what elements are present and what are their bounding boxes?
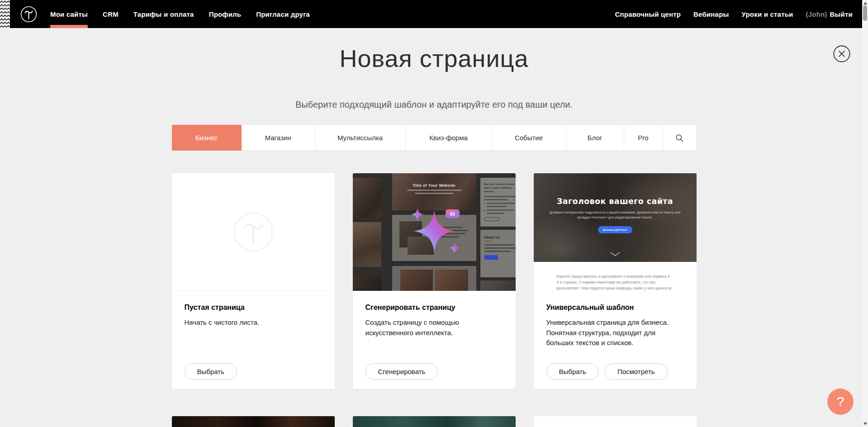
ai-sparkles-icon (353, 173, 516, 291)
preview-body: Коротко представьтесь и расскажите о ком… (534, 262, 697, 291)
nav-item-plans[interactable]: Тарифы и оплата (133, 0, 194, 28)
template-card-universal: Заголовок вашего сайта Добавьте интересн… (534, 173, 697, 389)
nav-item-help-center[interactable]: Справочный центр (615, 0, 681, 28)
preview-hero-title: Заголовок вашего сайта (534, 173, 697, 206)
scroll-down-icon (863, 422, 867, 425)
navbar-right-menu: Справочный центр Вебинары Уроки и статьи… (602, 0, 853, 28)
tab-business[interactable]: Бизнес (172, 125, 242, 151)
card-description: Начать с чистого листа. (185, 318, 311, 328)
nav-item-logout[interactable]: (John) Выйти (806, 0, 853, 28)
template-card-partial[interactable] (353, 416, 516, 427)
tab-quiz-form[interactable]: Квиз-форма (406, 125, 492, 151)
template-cards-row: Пустая страница Начать с чистого листа. … (172, 173, 697, 389)
view-button[interactable]: Посмотреть (605, 363, 668, 380)
template-category-tabs: Бизнес Магазин Мультиссылка Квиз-форма С… (172, 125, 697, 151)
choose-button[interactable]: Выбрать (185, 363, 237, 380)
vertical-scrollbar[interactable] (862, 0, 868, 427)
magnifier-icon (675, 134, 683, 142)
template-cards-row-2 (172, 416, 697, 427)
card-info: Пустая страница Начать с чистого листа. … (172, 291, 335, 389)
tilda-watermark-icon (232, 211, 274, 253)
close-icon (833, 45, 850, 62)
preview-hero: Заголовок вашего сайта Добавьте интересн… (534, 173, 697, 262)
ai-preview[interactable]: Title of Your Website (353, 173, 516, 291)
preview-cta-button: Целевое действие (598, 226, 632, 233)
scrollbar-thumb[interactable] (863, 5, 867, 21)
close-button[interactable] (833, 45, 850, 62)
logout-label: Выйти (830, 10, 853, 18)
card-info: Универсальный шаблон Универсальная стран… (534, 291, 697, 389)
card-title: Универсальный шаблон (546, 304, 684, 312)
template-card-partial[interactable] (172, 416, 335, 427)
card-title: Сгенерировать страницу (365, 304, 503, 312)
generate-button[interactable]: Сгенерировать (365, 363, 438, 380)
nav-item-webinars[interactable]: Вебинары (693, 0, 729, 28)
nav-item-invite-friend[interactable]: Пригласи друга (256, 0, 310, 28)
template-card-blank: Пустая страница Начать с чистого листа. … (172, 173, 335, 389)
nav-item-lessons[interactable]: Уроки и статьи (742, 0, 793, 28)
new-page-dialog: Новая страница Выберите подходящий шабло… (172, 0, 697, 427)
blank-preview[interactable] (172, 173, 335, 291)
page-title: Новая страница (172, 44, 697, 72)
scroll-up-icon (863, 2, 867, 5)
card-description: Универсальная страница для бизнеса. Поня… (546, 318, 673, 348)
universal-preview[interactable]: Заголовок вашего сайта Добавьте интересн… (534, 173, 697, 291)
help-button[interactable]: ? (827, 389, 854, 415)
tab-multilink[interactable]: Мультиссылка (315, 125, 406, 151)
choose-button[interactable]: Выбрать (546, 363, 599, 380)
navbar-left-menu: Мои сайты CRM Тарифы и оплата Профиль Пр… (50, 0, 325, 28)
zigzag-decoration (0, 0, 10, 28)
card-info: Сгенерировать страницу Создать страницу … (353, 291, 516, 389)
top-navbar: Мои сайты CRM Тарифы и оплата Профиль Пр… (0, 0, 862, 28)
tilda-logo-icon[interactable] (20, 6, 37, 23)
card-title: Пустая страница (185, 304, 322, 312)
tab-pro[interactable]: Pro (624, 125, 663, 151)
nav-item-profile[interactable]: Профиль (209, 0, 242, 28)
chevron-down-icon (610, 250, 620, 258)
username-label: (John) (806, 10, 827, 18)
nav-item-my-sites[interactable]: Мои сайты (50, 0, 88, 28)
tab-store[interactable]: Магазин (242, 125, 315, 151)
card-description: Создать страницу с помощью искусственног… (365, 318, 492, 338)
page-subtitle: Выберите подходящий шаблон и адаптируйте… (172, 100, 697, 110)
preview-hero-subtitle: Добавьте интересные подробности о вашей … (548, 210, 682, 220)
template-card-ai: Title of Your Website (353, 173, 516, 389)
tab-event[interactable]: Событие (492, 125, 566, 151)
tab-blog[interactable]: Блог (566, 125, 624, 151)
nav-item-crm[interactable]: CRM (103, 0, 119, 28)
template-card-partial[interactable] (534, 416, 697, 427)
tab-search[interactable] (663, 125, 697, 151)
ai-badge: AI (446, 209, 460, 218)
preview-body-text: Коротко представьтесь и расскажите о ком… (556, 274, 674, 291)
